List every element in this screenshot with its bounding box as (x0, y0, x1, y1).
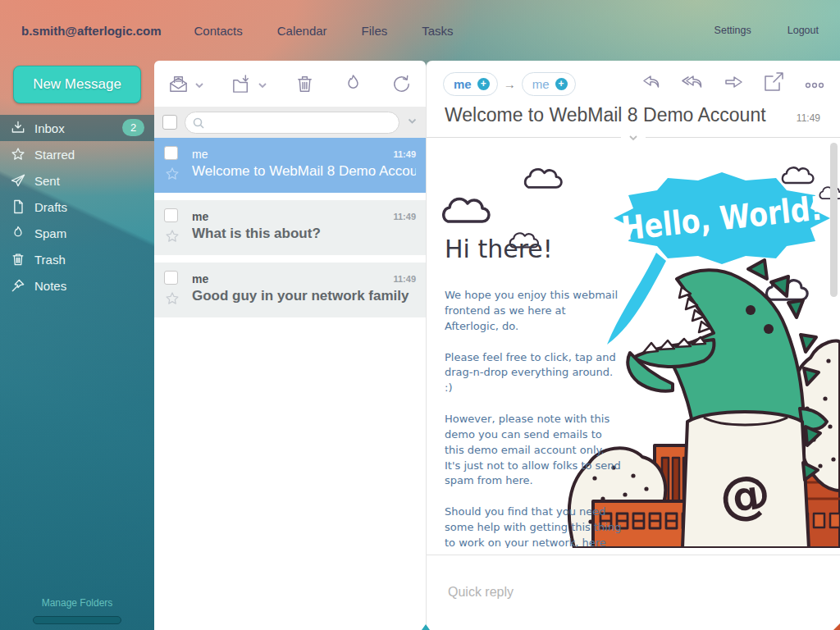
sidebar-item-sent[interactable]: Sent (0, 167, 154, 194)
trash-icon (10, 251, 26, 267)
nav-files[interactable]: Files (362, 24, 388, 38)
inbox-icon (10, 120, 26, 136)
email-list-item[interactable]: me 11:49 What is this about? (154, 200, 426, 255)
email-subject: Good guy in your network family (192, 288, 416, 309)
email-checkbox[interactable] (164, 146, 178, 160)
mark-read-button[interactable] (167, 73, 189, 95)
to-arrow: → (504, 77, 516, 91)
search-icon (192, 116, 205, 130)
pane-resize-handle-left[interactable] (422, 624, 430, 630)
nav-calendar[interactable]: Calendar (277, 24, 327, 38)
forward-button[interactable] (722, 71, 743, 96)
account-email[interactable]: b.smith@afterlogic.com (21, 24, 162, 38)
manage-folders-link[interactable]: Manage Folders (0, 597, 154, 609)
email-subject: What is this about? (192, 226, 416, 247)
nav-tasks[interactable]: Tasks (422, 24, 453, 38)
list-toolbar (154, 61, 426, 107)
email-list-item[interactable]: me 11:49 Welcome to WebMail 8 Demo Accou… (154, 138, 426, 193)
body-paragraph: We hope you enjoy this webmail frontend … (445, 288, 622, 335)
folder-label: Inbox (34, 121, 65, 135)
star-icon[interactable] (164, 290, 180, 307)
new-message-button[interactable]: New Message (13, 66, 141, 103)
email-checkbox[interactable] (164, 271, 178, 285)
email-time: 11:49 (393, 274, 416, 284)
search-input[interactable] (210, 112, 394, 133)
flame-icon (10, 225, 26, 241)
email-sender: me (192, 210, 393, 223)
email-checkbox[interactable] (164, 208, 178, 222)
to-chip[interactable]: me + (522, 72, 576, 96)
message-title: Welcome to WebMail 8 Demo Account (445, 104, 785, 126)
main-nav: Contacts Calendar Files Tasks (194, 24, 454, 38)
reader-header: me + → me + (427, 61, 840, 96)
add-contact-icon[interactable]: + (555, 78, 568, 90)
reading-pane: me + → me + Welcome to WebMail 8 Demo Ac… (426, 61, 840, 630)
body-scrollbar-thumb[interactable] (830, 143, 838, 297)
folder-sidebar: New Message Inbox 2 Starred Sent Drafts … (0, 61, 154, 630)
greeting-heading: Hi there! (445, 235, 623, 263)
top-bar: b.smith@afterlogic.com Contacts Calendar… (0, 0, 840, 61)
document-icon (10, 199, 26, 215)
pushpin-icon (10, 277, 26, 294)
quick-reply-input[interactable] (448, 582, 801, 603)
reply-all-button[interactable] (681, 71, 702, 96)
body-paragraph: Should you find that you need some help … (445, 504, 622, 548)
open-in-new-window-button[interactable] (763, 71, 784, 96)
move-to-folder-button[interactable] (231, 73, 253, 95)
bubble-text: Hello, World! (619, 189, 824, 247)
star-icon[interactable] (164, 228, 180, 244)
refresh-button[interactable] (390, 73, 413, 95)
message-text-column: Hi there! We hope you enjoy this webmail… (427, 138, 623, 548)
email-sender: me (192, 272, 393, 285)
message-list-pane: me 11:49 Welcome to WebMail 8 Demo Accou… (154, 61, 426, 630)
message-time: 11:49 (797, 112, 820, 124)
nav-contacts[interactable]: Contacts (194, 24, 243, 38)
folder-label: Notes (34, 279, 66, 293)
sidebar-item-starred[interactable]: Starred (0, 141, 154, 167)
star-icon[interactable] (164, 166, 180, 182)
chevron-down-icon[interactable] (258, 79, 267, 89)
spam-button[interactable] (342, 73, 364, 95)
email-time: 11:49 (393, 212, 416, 221)
sidebar-item-notes[interactable]: Notes (0, 272, 154, 299)
paper-plane-icon (10, 172, 26, 189)
folder-label: Trash (34, 253, 66, 267)
folder-label: Drafts (34, 200, 67, 214)
logout-link[interactable]: Logout (788, 25, 819, 36)
quota-bar (33, 616, 121, 624)
select-all-checkbox[interactable] (162, 115, 177, 130)
sidebar-item-spam[interactable]: Spam (0, 220, 154, 246)
folder-label: Starred (34, 148, 75, 162)
folder-label: Spam (34, 226, 66, 240)
pane-resize-handle-right[interactable] (833, 623, 840, 630)
add-contact-icon[interactable]: + (477, 78, 490, 90)
search-box[interactable] (185, 112, 399, 134)
folder-label: Sent (34, 174, 60, 188)
body-paragraph: Please feel free to click, tap and drag-… (445, 350, 622, 397)
body-paragraph: However, please note with this demo you … (445, 412, 622, 489)
reply-button[interactable] (640, 71, 661, 96)
message-body: Hello, World! (427, 138, 840, 548)
star-icon (10, 146, 26, 162)
email-list: me 11:49 Welcome to WebMail 8 Demo Accou… (154, 138, 426, 317)
search-options-chevron-icon[interactable] (407, 115, 418, 130)
from-chip[interactable]: me + (443, 72, 498, 96)
shirt-at-symbol: @ (715, 462, 774, 528)
email-list-item[interactable]: me 11:49 Good guy in your network family (154, 262, 426, 317)
email-sender: me (192, 148, 393, 161)
sidebar-item-trash[interactable]: Trash (0, 246, 154, 272)
email-subject: Welcome to WebMail 8 Demo Account (192, 163, 416, 185)
sidebar-item-inbox[interactable]: Inbox 2 (0, 115, 154, 141)
chevron-down-icon[interactable] (194, 79, 204, 89)
email-time: 11:49 (393, 149, 416, 159)
delete-button[interactable] (294, 73, 316, 95)
unread-badge: 2 (122, 119, 144, 136)
sidebar-item-drafts[interactable]: Drafts (0, 194, 154, 220)
quick-reply-area (427, 555, 840, 630)
search-row (154, 107, 426, 138)
settings-link[interactable]: Settings (714, 25, 751, 36)
more-options-button[interactable] (804, 71, 825, 96)
